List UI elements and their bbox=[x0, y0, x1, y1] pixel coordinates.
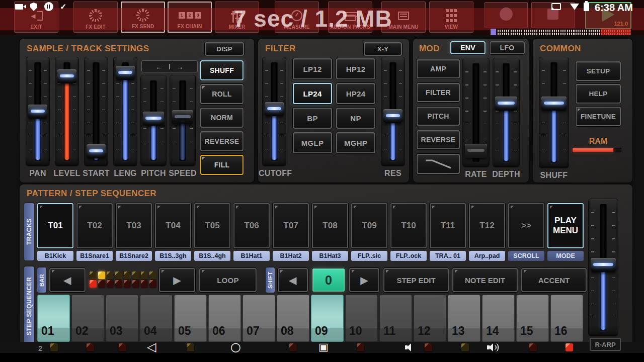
pattern-slot-icon[interactable] bbox=[124, 272, 131, 279]
pattern-slot-icon[interactable] bbox=[149, 280, 156, 288]
track-button[interactable]: T10 bbox=[390, 203, 427, 248]
track-sample-chip[interactable]: B1S..4gh bbox=[194, 251, 230, 261]
step-cell[interactable]: 11 bbox=[379, 295, 412, 342]
track-button[interactable]: T07 bbox=[273, 203, 309, 248]
track-button[interactable]: T03 bbox=[116, 203, 152, 248]
common-button[interactable]: HELP bbox=[576, 84, 621, 104]
step-cell[interactable]: 07 bbox=[243, 295, 275, 342]
mod-target-button[interactable]: PITCH bbox=[417, 107, 460, 126]
envelope-shape-button[interactable] bbox=[417, 154, 460, 174]
res-slider[interactable]: RES bbox=[381, 57, 405, 178]
pattern-slot-icon[interactable] bbox=[132, 280, 139, 288]
volume-up-icon[interactable] bbox=[487, 343, 498, 352]
pattern-slot-icon[interactable] bbox=[90, 280, 97, 288]
track-button[interactable]: T02 bbox=[76, 203, 113, 248]
cutoff-slider[interactable]: CUTOFF bbox=[263, 57, 286, 178]
track-sample-chip[interactable]: Arp..pad bbox=[469, 251, 505, 261]
pattern-thumbnail-icon[interactable] bbox=[425, 343, 432, 351]
speed-slider[interactable]: SPEED bbox=[170, 75, 195, 178]
volume-down-icon[interactable] bbox=[405, 343, 416, 352]
step-cell[interactable]: 01 bbox=[37, 295, 70, 342]
pattern-slot-icon[interactable] bbox=[98, 272, 105, 279]
sample-mode-button[interactable]: ROLL bbox=[200, 84, 244, 104]
sample-mode-button[interactable]: NORM bbox=[200, 108, 244, 128]
pan-slider[interactable]: PAN bbox=[26, 57, 49, 178]
slider-body[interactable] bbox=[539, 57, 569, 168]
pattern-thumbnail-icon[interactable] bbox=[566, 343, 573, 351]
track-button[interactable]: T06 bbox=[233, 203, 270, 248]
step-cell[interactable]: 12 bbox=[414, 295, 446, 342]
filter-type-button[interactable]: HP12 bbox=[336, 58, 375, 79]
step-cell[interactable]: 10 bbox=[345, 295, 378, 342]
slider-body[interactable] bbox=[589, 199, 618, 336]
level-slider[interactable]: LEVEL bbox=[55, 57, 78, 178]
arrow-right-icon[interactable]: → bbox=[176, 62, 184, 71]
common-button[interactable]: FINETUNE bbox=[576, 107, 621, 126]
slider-handle[interactable] bbox=[116, 66, 135, 80]
track-sample-chip[interactable]: B1Hat3 bbox=[312, 251, 348, 261]
pattern-thumbnail-icon[interactable] bbox=[289, 343, 297, 351]
edit-mode-button[interactable]: STEP EDIT bbox=[383, 268, 449, 292]
track-sample-chip[interactable]: B1Snare1 bbox=[76, 251, 113, 261]
step-cell[interactable]: 05 bbox=[174, 295, 207, 342]
filter-type-button[interactable]: MGLP bbox=[293, 132, 332, 153]
sample-mode-button[interactable]: FILL bbox=[200, 155, 244, 175]
pattern-slot-icon[interactable] bbox=[98, 280, 105, 288]
sample-mode-button[interactable]: SHUFF bbox=[200, 60, 244, 80]
step-cell[interactable]: 04 bbox=[140, 295, 173, 342]
pattern-slot-icon[interactable] bbox=[132, 272, 139, 279]
pattern-thumbnail-icon[interactable] bbox=[119, 343, 126, 351]
sample-mode-button[interactable]: REVERSE bbox=[200, 131, 244, 151]
track-sample-chip[interactable]: B1Hat2 bbox=[273, 251, 309, 261]
slider-handle[interactable] bbox=[143, 112, 164, 126]
slider-body[interactable] bbox=[381, 57, 405, 166]
mod-tab[interactable]: ENV bbox=[450, 41, 486, 54]
pattern-thumbnail-icon[interactable] bbox=[87, 343, 94, 351]
leng-slider[interactable]: LENG bbox=[114, 57, 137, 178]
bar-next-button[interactable]: ▶ bbox=[159, 268, 195, 292]
track-button[interactable]: T04 bbox=[155, 203, 191, 248]
depth-slider[interactable]: DEPTH bbox=[493, 58, 519, 179]
track-button[interactable]: T08 bbox=[312, 203, 348, 248]
track-button[interactable]: T09 bbox=[351, 203, 387, 248]
filter-type-button[interactable]: BP bbox=[293, 108, 332, 129]
track-button[interactable]: T01 bbox=[37, 203, 73, 248]
start-slider[interactable]: START bbox=[85, 57, 108, 178]
edit-mode-button[interactable]: ACCENT bbox=[521, 268, 587, 292]
sample-nav-arrows[interactable]: ← → bbox=[141, 60, 198, 72]
slider-body[interactable] bbox=[263, 57, 286, 166]
track-sample-chip[interactable]: B1Kick bbox=[37, 251, 73, 261]
step-cell[interactable]: 14 bbox=[482, 295, 515, 342]
pattern-slot-icon[interactable] bbox=[90, 272, 97, 279]
slider-body[interactable] bbox=[114, 57, 137, 166]
track-sample-chip[interactable]: MODE bbox=[547, 251, 584, 261]
mod-tab[interactable]: LFO bbox=[490, 41, 525, 54]
step-cell[interactable]: 08 bbox=[277, 295, 309, 342]
slider-handle[interactable] bbox=[541, 97, 567, 111]
slider-handle[interactable] bbox=[465, 144, 487, 158]
track-sample-chip[interactable]: B1Snare2 bbox=[116, 251, 152, 261]
step-cell[interactable]: 13 bbox=[448, 295, 480, 342]
slider-body[interactable] bbox=[141, 75, 166, 166]
disp-button[interactable]: DISP bbox=[205, 42, 244, 56]
slider-handle[interactable] bbox=[383, 109, 403, 123]
pattern-slot-icon[interactable] bbox=[149, 272, 156, 279]
slider-body[interactable] bbox=[85, 57, 108, 166]
slider-handle[interactable] bbox=[28, 105, 47, 119]
track-sample-chip[interactable]: TRA.. 01 bbox=[430, 251, 466, 261]
mod-target-button[interactable]: AMP bbox=[417, 59, 460, 78]
track-sample-chip[interactable]: B1Hat1 bbox=[233, 251, 270, 261]
arrow-left-icon[interactable]: ← bbox=[155, 62, 163, 71]
pattern-slot-icon[interactable] bbox=[107, 280, 114, 288]
slider-body[interactable] bbox=[170, 75, 195, 166]
xy-button[interactable]: X-Y bbox=[364, 42, 402, 56]
common-shuff-slider[interactable]: SHUFF bbox=[539, 57, 569, 180]
pattern-slot-icon[interactable] bbox=[124, 280, 131, 288]
slider-body[interactable] bbox=[26, 57, 49, 166]
filter-type-button[interactable]: MGHP bbox=[336, 132, 375, 153]
track-button[interactable]: PLAY MENU bbox=[547, 203, 584, 248]
pitch-slider[interactable]: PITCH bbox=[141, 75, 166, 178]
step-cell[interactable]: 15 bbox=[516, 295, 549, 342]
back-icon[interactable]: ◁ bbox=[147, 342, 156, 352]
mod-target-button[interactable]: FILTER bbox=[417, 83, 460, 102]
